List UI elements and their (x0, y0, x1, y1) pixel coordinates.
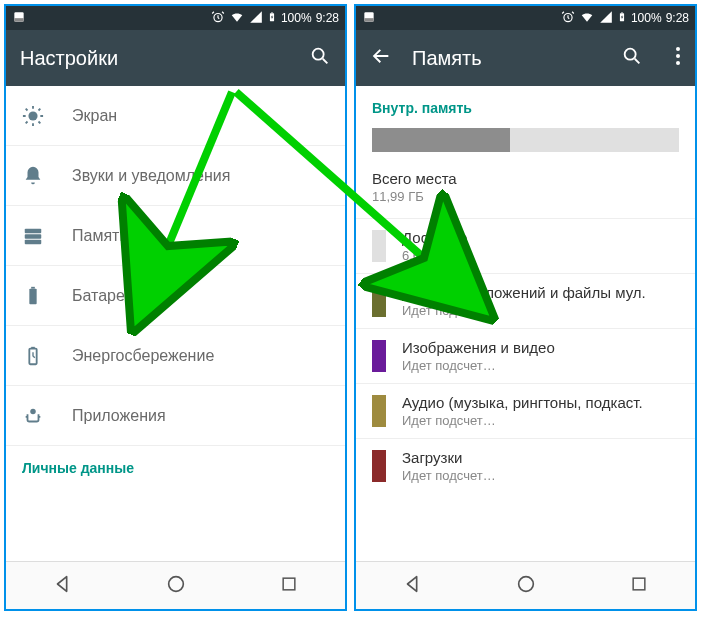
swatch-available (372, 230, 386, 262)
item-label: Приложения (72, 407, 166, 425)
recent-nav-icon[interactable] (629, 574, 649, 598)
svg-point-6 (28, 111, 37, 120)
svg-point-24 (676, 54, 680, 58)
home-nav-icon[interactable] (515, 573, 537, 599)
cat-label: Загрузки (402, 449, 496, 466)
storage-used-fill (372, 128, 510, 152)
total-label: Всего места (372, 170, 679, 187)
wifi-icon (229, 10, 245, 27)
search-icon[interactable] (621, 45, 643, 71)
power-save-icon (22, 345, 44, 367)
swatch-images (372, 340, 386, 372)
page-title: Память (412, 47, 601, 70)
storage-usage-bar (372, 128, 679, 152)
battery-icon (267, 10, 277, 27)
svg-rect-1 (14, 18, 23, 22)
battery-icon (617, 10, 627, 27)
svg-rect-27 (633, 578, 645, 590)
settings-list: Экран Звуки и уведомления Память Батарея… (6, 86, 345, 561)
swatch-audio (372, 395, 386, 427)
storage-category-audio[interactable]: Аудио (музыка, рингтоны, подкаст. Идет п… (356, 383, 695, 438)
clock: 9:28 (316, 11, 339, 25)
item-label: Память (72, 227, 128, 245)
status-bar: 100% 9:28 (6, 6, 345, 30)
swatch-downloads (372, 450, 386, 482)
back-nav-icon[interactable] (52, 573, 74, 599)
settings-item-storage[interactable]: Память (6, 206, 345, 266)
storage-section-header: Внутр. память (356, 86, 695, 124)
alarm-icon (211, 10, 225, 27)
svg-point-22 (625, 49, 636, 60)
settings-item-apps[interactable]: Приложения (6, 386, 345, 446)
storage-available-row[interactable]: Доступно 6,63 ГБ (356, 218, 695, 273)
settings-item-power-saving[interactable]: Энергосбережение (6, 326, 345, 386)
item-label: Экран (72, 107, 117, 125)
cat-label: Данные приложений и файлы мул. (402, 284, 646, 301)
app-bar: Память (356, 30, 695, 86)
brightness-icon (22, 105, 44, 127)
total-value: 11,99 ГБ (372, 189, 679, 204)
svg-rect-13 (31, 346, 35, 348)
svg-rect-11 (31, 286, 35, 288)
alarm-icon (561, 10, 575, 27)
home-nav-icon[interactable] (165, 573, 187, 599)
svg-rect-7 (25, 228, 42, 233)
phone-storage: 100% 9:28 Память Внутр. память Всего мес… (354, 4, 697, 611)
available-value: 6,63 ГБ (402, 248, 467, 263)
status-bar: 100% 9:28 (356, 6, 695, 30)
cat-label: Изображения и видео (402, 339, 555, 356)
svg-rect-10 (29, 288, 36, 304)
cat-sub: Идет подсчет… (402, 303, 646, 318)
battery-item-icon (22, 285, 44, 307)
svg-rect-9 (25, 239, 42, 244)
item-label: Батарея (72, 287, 134, 305)
bell-icon (22, 165, 44, 187)
cat-sub: Идет подсчет… (402, 413, 643, 428)
swatch-apps (372, 285, 386, 317)
apps-icon (22, 405, 44, 427)
section-personal-data: Личные данные (6, 446, 345, 482)
item-label: Энергосбережение (72, 347, 214, 365)
svg-rect-21 (621, 12, 623, 13)
wifi-icon (579, 10, 595, 27)
signal-icon (249, 10, 263, 27)
svg-point-14 (30, 408, 36, 414)
nav-bar (356, 561, 695, 609)
battery-percentage: 100% (281, 11, 312, 25)
storage-category-apps[interactable]: Данные приложений и файлы мул. Идет подс… (356, 273, 695, 328)
back-nav-icon[interactable] (402, 573, 424, 599)
signal-icon (599, 10, 613, 27)
clock: 9:28 (666, 11, 689, 25)
cat-sub: Идет подсчет… (402, 358, 555, 373)
svg-rect-8 (25, 234, 42, 239)
settings-item-sounds[interactable]: Звуки и уведомления (6, 146, 345, 206)
storage-total: Всего места 11,99 ГБ (356, 166, 695, 218)
svg-rect-4 (271, 12, 273, 13)
cat-label: Аудио (музыка, рингтоны, подкаст. (402, 394, 643, 411)
storage-content: Внутр. память Всего места 11,99 ГБ Досту… (356, 86, 695, 561)
screenshot-indicator-icon (362, 10, 376, 27)
item-label: Звуки и уведомления (72, 167, 230, 185)
phone-settings: 100% 9:28 Настройки Экран Звуки и уведом… (4, 4, 347, 611)
screenshot-indicator-icon (12, 10, 26, 27)
svg-rect-16 (283, 578, 295, 590)
settings-item-display[interactable]: Экран (6, 86, 345, 146)
storage-icon (22, 225, 44, 247)
app-bar: Настройки (6, 30, 345, 86)
cat-sub: Идет подсчет… (402, 468, 496, 483)
svg-point-25 (676, 61, 680, 65)
storage-category-downloads[interactable]: Загрузки Идет подсчет… (356, 438, 695, 493)
nav-bar (6, 561, 345, 609)
page-title: Настройки (20, 47, 289, 70)
recent-nav-icon[interactable] (279, 574, 299, 598)
back-icon[interactable] (370, 45, 392, 71)
overflow-menu-icon[interactable] (675, 46, 681, 70)
svg-point-15 (169, 576, 184, 591)
battery-percentage: 100% (631, 11, 662, 25)
svg-point-23 (676, 47, 680, 51)
svg-point-26 (519, 576, 534, 591)
search-icon[interactable] (309, 45, 331, 71)
settings-item-battery[interactable]: Батарея (6, 266, 345, 326)
svg-point-5 (313, 49, 324, 60)
storage-category-images[interactable]: Изображения и видео Идет подсчет… (356, 328, 695, 383)
